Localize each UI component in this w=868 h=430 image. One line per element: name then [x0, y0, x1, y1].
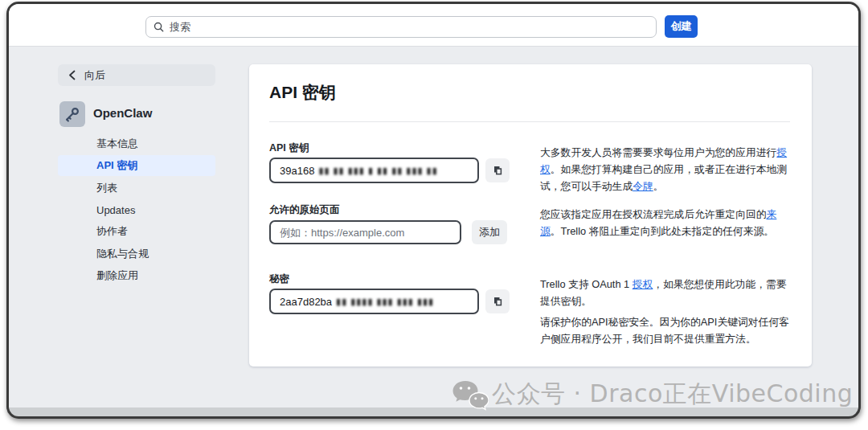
secret-description: Trello 支持 OAuth 1 授权，如果您想使用此功能，需要提供密钥。 [540, 276, 796, 309]
sidebar-item-list[interactable]: 列表 [58, 178, 215, 199]
search-input[interactable] [170, 21, 656, 33]
origins-label: 允许的原始页面 [269, 203, 340, 217]
api-key-description: 大多数开发人员将需要要求每位用户为您的应用进行授权。如果您打算构建自己的应用，或… [540, 144, 796, 195]
api-key-input[interactable]: 39a168 ▮▮ ▮▮ ▮▮▮ ▮ ▮▮ ▮▮ ▮▮▮ ▮▮ [269, 158, 479, 183]
chevron-left-icon [68, 70, 76, 80]
search-icon [154, 22, 164, 32]
key-icon [59, 101, 85, 127]
wechat-icon [452, 379, 489, 415]
sidebar-item-basic-info[interactable]: 基本信息 [58, 133, 215, 154]
api-key-label: API 密钥 [269, 141, 309, 155]
copy-icon [492, 165, 503, 176]
sidebar-item-privacy-compliance[interactable]: 隐私与合规 [58, 244, 215, 264]
divider [269, 121, 790, 122]
sidebar-item-delete-app[interactable]: 删除应用 [58, 265, 215, 286]
sidebar-item-updates[interactable]: Updates [58, 199, 215, 220]
sidebar-item-api-key[interactable]: API 密钥 [58, 155, 215, 176]
back-label: 向后 [84, 68, 105, 83]
desc-text: 。如果您打算构建自己的应用，或者正在进行本地测试，您可以手动生成 [540, 163, 787, 192]
create-button[interactable]: 创建 [665, 15, 698, 38]
search-box[interactable] [145, 16, 657, 38]
secret-redacted: ▮▮ ▮▮▮▮ ▮▮▮ ▮▮▮ ▮▮▮ [336, 297, 434, 307]
watermark-text: 公众号 · Draco正在VibeCoding [492, 378, 853, 411]
page: 创建 向后 OpenClaw 基本信息 API 密钥 列表 Updates 协作… [0, 0, 868, 430]
api-key-redacted: ▮▮ ▮▮ ▮▮▮ ▮ ▮▮ ▮▮ ▮▮▮ ▮▮ [318, 166, 437, 176]
sidebar-item-collaborators[interactable]: 协作者 [58, 221, 215, 242]
copy-secret-button[interactable] [485, 289, 510, 313]
copy-api-key-button[interactable] [485, 158, 510, 182]
secret-warning: 请保护你的API秘密安全。因为你的API关键词对任何客户侧应用程序公开，我们目前… [540, 313, 796, 347]
secret-input[interactable]: 2aa7d82ba ▮▮ ▮▮▮▮ ▮▮▮ ▮▮▮ ▮▮▮ [269, 289, 479, 314]
page-title: API 密钥 [269, 81, 336, 104]
origins-description: 您应该指定应用在授权流程完成后允许重定向回的来源。Trello 将阻止重定向到此… [540, 206, 796, 240]
token-link[interactable]: 令牌 [633, 180, 653, 192]
desc-text: 。Trello 将阻止重定向到此处未指定的任何来源。 [551, 225, 774, 237]
oauth-link[interactable]: 授权 [633, 278, 653, 290]
desc-text: 。 [653, 180, 664, 192]
desc-text: 大多数开发人员将需要要求每位用户为您的应用进行 [540, 146, 776, 158]
secret-value: 2aa7d82ba [280, 296, 332, 308]
copy-icon [492, 296, 503, 307]
api-key-value: 39a168 [280, 165, 314, 177]
app-name: OpenClaw [93, 106, 152, 120]
back-button[interactable]: 向后 [58, 64, 215, 86]
desc-text: Trello 支持 OAuth 1 [540, 278, 633, 290]
secret-label: 秘密 [269, 272, 289, 286]
origin-input[interactable] [269, 220, 461, 244]
desc-text: 您应该指定应用在授权流程完成后允许重定向回的 [540, 208, 767, 220]
add-origin-button[interactable]: 添加 [472, 220, 507, 244]
